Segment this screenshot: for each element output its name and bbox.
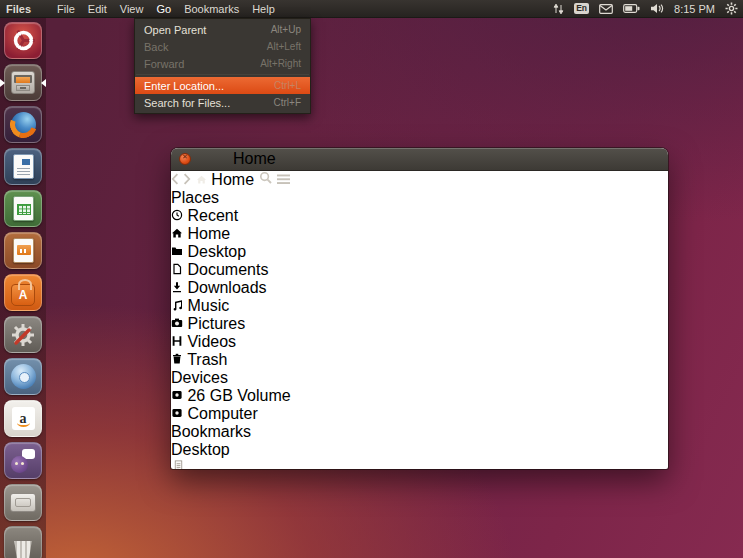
- sidebar-item-videos[interactable]: Videos: [171, 333, 668, 351]
- keyboard-layout-indicator[interactable]: En: [574, 3, 589, 14]
- writer-document-icon: [13, 154, 34, 179]
- back-button[interactable]: [171, 171, 183, 188]
- menu-item-search-for-files[interactable]: Search for Files... Ctrl+F: [135, 94, 310, 111]
- sidebar-header-bookmarks: Bookmarks: [171, 423, 668, 441]
- sidebar-item-computer[interactable]: Computer: [171, 405, 668, 423]
- file-label: Desktop: [171, 441, 668, 459]
- ubuntu-logo-icon: [12, 29, 35, 52]
- sidebar-item-label: Documents: [187, 261, 268, 278]
- breadcrumb-home-button[interactable]: Home: [196, 171, 259, 188]
- sidebar-header-places: Places: [171, 189, 668, 207]
- sidebar-item-recent[interactable]: Recent: [171, 207, 668, 225]
- file-item-desktop[interactable]: Desktop: [171, 441, 668, 459]
- sidebar-item-home[interactable]: Home: [171, 225, 668, 243]
- clock-icon: [171, 209, 183, 221]
- drive-icon: [171, 389, 183, 401]
- network-sync-icon[interactable]: [553, 3, 564, 15]
- menu-item-label: Back: [144, 41, 168, 53]
- menu-help[interactable]: Help: [252, 3, 275, 15]
- sidebar-item-label: Pictures: [187, 315, 245, 332]
- forward-button[interactable]: [183, 171, 195, 188]
- unity-launcher: [0, 18, 46, 558]
- drive-icon: [171, 407, 183, 419]
- chromium-globe-icon: [11, 364, 36, 389]
- sidebar-item-label: Computer: [187, 405, 257, 422]
- sidebar-item-pictures[interactable]: Pictures: [171, 315, 668, 333]
- music-icon: [171, 299, 183, 311]
- gear-wrench-icon: [10, 322, 36, 348]
- menu-item-label: Forward: [144, 58, 184, 70]
- menu-file[interactable]: File: [57, 3, 75, 15]
- sidebar-item-label: Music: [187, 297, 229, 314]
- battery-icon[interactable]: [623, 4, 640, 13]
- chromium-icon[interactable]: [4, 358, 42, 395]
- menu-item-label: Search for Files...: [144, 97, 230, 109]
- files-window: Home Home: [171, 148, 668, 469]
- minimize-button[interactable]: [197, 153, 209, 165]
- sidebar-header-devices: Devices: [171, 369, 668, 387]
- libreoffice-impress-icon[interactable]: [4, 232, 42, 269]
- amazon-a-icon: [12, 407, 35, 430]
- document-emblem-icon: [171, 459, 186, 469]
- sidebar-item-label: Trash: [187, 351, 227, 368]
- menu-item-label: Open Parent: [144, 24, 206, 36]
- system-settings-icon[interactable]: [4, 316, 42, 353]
- menu-item-shortcut: Alt+Up: [271, 24, 301, 35]
- document-icon: [171, 263, 183, 275]
- hard-drive-icon: [10, 493, 36, 512]
- menu-bookmarks[interactable]: Bookmarks: [184, 3, 239, 15]
- sidebar-item-documents[interactable]: Documents: [171, 261, 668, 279]
- menu-separator: [136, 74, 309, 75]
- menu-view[interactable]: View: [120, 3, 144, 15]
- ubuntu-dash-icon[interactable]: [4, 22, 42, 59]
- running-indicator: [0, 79, 9, 87]
- volume-icon[interactable]: [650, 3, 664, 14]
- active-app-name: Files: [6, 3, 31, 15]
- calc-spreadsheet-icon: [13, 196, 34, 221]
- pidgin-icon[interactable]: [4, 442, 42, 479]
- titlebar[interactable]: Home: [171, 148, 668, 171]
- desktop: Files File Edit View Go Bookmarks Help E…: [0, 0, 743, 558]
- menu-item-shortcut: Alt+Left: [267, 41, 301, 52]
- firefox-globe-icon: [11, 112, 36, 137]
- libreoffice-calc-icon[interactable]: [4, 190, 42, 227]
- mail-icon[interactable]: [599, 4, 613, 14]
- menu-item-back[interactable]: Back Alt+Left: [135, 38, 310, 55]
- file-item-documents[interactable]: Documents: [171, 459, 668, 469]
- sidebar-item-music[interactable]: Music: [171, 297, 668, 315]
- global-menu: Files File Edit View Go Bookmarks Help: [0, 3, 288, 15]
- breadcrumb-label: Home: [211, 171, 254, 188]
- file-cabinet-icon: [11, 71, 35, 94]
- libreoffice-writer-icon[interactable]: [4, 148, 42, 185]
- top-panel: Files File Edit View Go Bookmarks Help E…: [0, 0, 743, 18]
- menu-item-label: Enter Location...: [144, 80, 224, 92]
- impress-presentation-icon: [13, 238, 34, 263]
- menu-item-enter-location[interactable]: Enter Location... Ctrl+L: [135, 77, 310, 94]
- menu-edit[interactable]: Edit: [88, 3, 107, 15]
- menu-go[interactable]: Go: [156, 3, 171, 15]
- sidebar-item-volume[interactable]: 26 GB Volume: [171, 387, 668, 405]
- amazon-icon[interactable]: [4, 400, 42, 437]
- clock[interactable]: 8:15 PM: [674, 3, 715, 15]
- close-button[interactable]: [179, 153, 191, 165]
- search-icon[interactable]: [259, 171, 273, 185]
- sidebar-item-label: Videos: [187, 333, 236, 350]
- session-gear-icon[interactable]: [725, 2, 738, 15]
- menu-item-shortcut: Alt+Right: [260, 58, 301, 69]
- menu-item-shortcut: Ctrl+F: [274, 97, 302, 108]
- sidebar-item-label: 26 GB Volume: [187, 387, 290, 404]
- file-view[interactable]: Desktop Documents: [171, 441, 668, 469]
- maximize-button[interactable]: [215, 153, 227, 165]
- software-center-icon[interactable]: [4, 274, 42, 311]
- list-view-icon[interactable]: [277, 174, 290, 185]
- sidebar-item-downloads[interactable]: Downloads: [171, 279, 668, 297]
- sidebar-item-trash[interactable]: Trash: [171, 351, 668, 369]
- firefox-icon[interactable]: [4, 106, 42, 143]
- files-launcher-icon[interactable]: [4, 64, 42, 101]
- trash-launcher-icon[interactable]: [4, 526, 42, 558]
- sidebar-item-desktop[interactable]: Desktop: [171, 243, 668, 261]
- menu-item-open-parent[interactable]: Open Parent Alt+Up: [135, 21, 310, 38]
- menu-item-forward[interactable]: Forward Alt+Right: [135, 55, 310, 72]
- camera-icon: [171, 317, 183, 329]
- disk-utility-icon[interactable]: [4, 484, 42, 521]
